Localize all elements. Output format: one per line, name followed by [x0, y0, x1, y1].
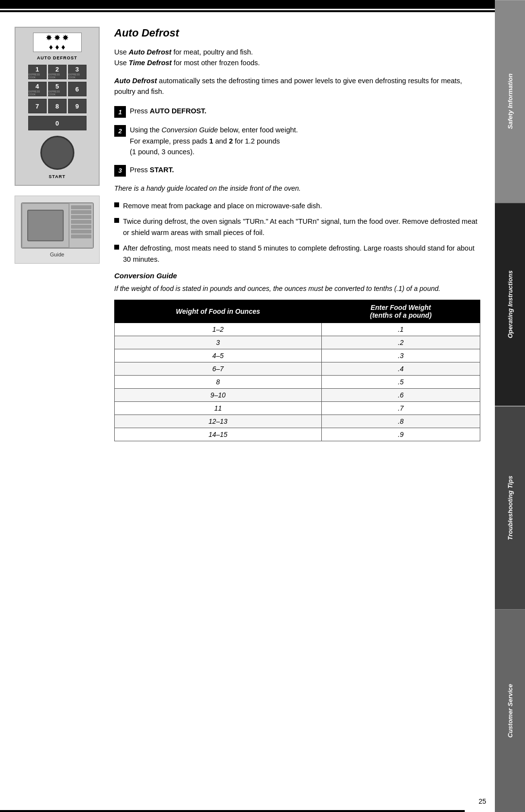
ctrl-row-2: [71, 210, 91, 214]
ctrl-row-6: [71, 230, 91, 234]
bullet-1-text: Remove meat from package and place on mi…: [123, 200, 322, 211]
content-wrapper: ✸ ✸ ✸ ♦ ♦ ♦ AUTO DEFROST 1 EXPRESS COOK …: [0, 12, 495, 812]
conversion-guide-italic: Conversion Guide: [161, 126, 218, 134]
conversion-table: Weight of Food in Ounces Enter Food Weig…: [114, 300, 480, 441]
key-4: 4 EXPRESS COOK: [28, 82, 47, 96]
step-1-text: Press AUTO DEFROST.: [130, 106, 480, 116]
sidebar-tab-safety-label: Safety Information: [507, 74, 514, 129]
start-bold: START.: [150, 166, 174, 174]
microwave-controls: [69, 203, 93, 248]
ctrl-row-5: [71, 225, 91, 229]
key-8: 8: [48, 99, 67, 113]
bullet-item-3: After defrosting, most meats need to sta…: [114, 243, 480, 265]
main-content: ✸ ✸ ✸ ♦ ♦ ♦ AUTO DEFROST 1 EXPRESS COOK …: [0, 0, 495, 812]
table-row: 8.5: [115, 376, 480, 389]
sidebar-tab-customer[interactable]: Customer Service: [495, 609, 525, 812]
bullet-1-icon: [114, 202, 119, 207]
sidebar-tab-safety[interactable]: Safety Information: [495, 0, 525, 203]
steps-section: 1 Press AUTO DEFROST. 2 Using the Conver…: [114, 106, 480, 176]
sidebar-tab-customer-label: Customer Service: [507, 684, 514, 738]
body-text-block: Auto Defrost automatically sets the defr…: [114, 75, 480, 97]
bullet-section: Remove meat from package and place on mi…: [114, 200, 480, 265]
table-cell-2-1: .3: [321, 349, 480, 362]
sidebar: Safety Information Operating Instruction…: [495, 0, 525, 812]
sidebar-tab-troubleshooting-label: Troubleshooting Tips: [507, 475, 514, 540]
step-2-number: 2: [114, 125, 126, 137]
table-cell-8-0: 14–15: [115, 428, 322, 441]
key-3: 3 EXPRESS COOK: [68, 65, 87, 79]
top-bar: [0, 0, 495, 9]
intro-line2: Use Time Defrost for most other frozen f…: [114, 59, 260, 67]
keypad-row-1: 1 EXPRESS COOK 2 EXPRESS COOK 3 EXPRESS …: [28, 65, 87, 79]
sidebar-tab-operating-label: Operating Instructions: [507, 271, 514, 338]
bullet-item-1: Remove meat from package and place on mi…: [114, 200, 480, 211]
sidebar-tab-operating[interactable]: Operating Instructions: [495, 203, 525, 406]
italic-note: There is a handy guide located on the in…: [114, 183, 480, 194]
keypad-auto-defrost-label: AUTO DEFROST: [37, 55, 77, 60]
bullet-3-icon: [114, 245, 119, 250]
right-content: Auto Defrost Use Auto Defrost for meat, …: [109, 27, 480, 802]
table-cell-6-1: .7: [321, 402, 480, 415]
keypad-display: ✸ ✸ ✸ ♦ ♦ ♦: [33, 33, 82, 52]
table-row: 11.7: [115, 402, 480, 415]
page-title: Auto Defrost: [114, 27, 480, 39]
table-cell-1-1: .2: [321, 336, 480, 349]
table-cell-3-1: .4: [321, 362, 480, 376]
bullet-item-2: Twice during defrost, the oven signals "…: [114, 216, 480, 238]
table-row: 6–7.4: [115, 362, 480, 376]
step-3-row: 3 Press START.: [114, 164, 480, 177]
table-cell-6-0: 11: [115, 402, 322, 415]
auto-defrost-step1-bold: AUTO DEFROST.: [150, 107, 207, 115]
table-cell-4-0: 8: [115, 376, 322, 389]
key-2: 2 EXPRESS COOK: [48, 65, 67, 79]
step-3-number: 3: [114, 165, 126, 177]
step-1-row: 1 Press AUTO DEFROST.: [114, 106, 480, 118]
step-2-row: 2 Using the Conversion Guide below, ente…: [114, 125, 480, 157]
step-3-text: Press START.: [130, 164, 480, 175]
table-cell-7-0: 12–13: [115, 415, 322, 428]
key-5: 5 EXPRESS COOK: [48, 82, 67, 96]
table-row: 3.2: [115, 336, 480, 349]
intro-line1: Use Auto Defrost for meat, poultry and f…: [114, 48, 253, 56]
conversion-guide-title: Conversion Guide: [114, 271, 480, 280]
bottom-divider: [0, 810, 465, 812]
auto-defrost-bold-2: Auto Defrost: [114, 77, 157, 85]
bullet-2-text: Twice during defrost, the oven signals "…: [123, 216, 480, 238]
step2-bold-1: 1: [210, 137, 213, 145]
time-defrost-bold: Time Defrost: [129, 59, 172, 67]
keypad-row-zero: 0: [28, 116, 87, 130]
step-2-text: Using the Conversion Guide below, enter …: [130, 125, 480, 157]
start-label: START: [49, 174, 65, 179]
table-cell-0-1: .1: [321, 323, 480, 336]
table-cell-2-0: 4–5: [115, 349, 322, 362]
step-1-number: 1: [114, 106, 126, 118]
keypad-row-3: 7 8 9: [28, 99, 87, 113]
table-header-col2: Enter Food Weight(tenths of a pound): [321, 300, 480, 323]
key-0: 0: [28, 116, 87, 130]
intro-text-block: Use Auto Defrost for meat, poultry and f…: [114, 47, 480, 69]
sidebar-tab-troubleshooting[interactable]: Troubleshooting Tips: [495, 406, 525, 609]
microwave-illustration: Guide: [15, 196, 100, 264]
key-6: 6: [68, 82, 87, 96]
keypad-illustration: ✸ ✸ ✸ ♦ ♦ ♦ AUTO DEFROST 1 EXPRESS COOK …: [15, 27, 100, 186]
table-row: 1–2.1: [115, 323, 480, 336]
ctrl-row-1: [71, 205, 91, 209]
conversion-note: If the weight of food is stated in pound…: [114, 284, 480, 294]
table-cell-4-1: .5: [321, 376, 480, 389]
table-row: 9–10.6: [115, 389, 480, 402]
bullet-3-text: After defrosting, most meats need to sta…: [123, 243, 480, 265]
microwave-window: [27, 210, 64, 241]
table-cell-0-0: 1–2: [115, 323, 322, 336]
key-1: 1 EXPRESS COOK: [28, 65, 47, 79]
table-row: 4–5.3: [115, 349, 480, 362]
col2-header-text: Enter Food Weight(tenths of a pound): [370, 304, 432, 319]
key-7: 7: [28, 99, 47, 113]
table-cell-5-1: .6: [321, 389, 480, 402]
col1-header-text: Weight of Food in Ounces: [176, 307, 260, 315]
ctrl-row-3: [71, 215, 91, 219]
bullet-2-icon: [114, 218, 119, 223]
ctrl-row-4: [71, 220, 91, 224]
table-cell-3-0: 6–7: [115, 362, 322, 376]
table-cell-8-1: .9: [321, 428, 480, 441]
page-number: 25: [478, 797, 486, 805]
